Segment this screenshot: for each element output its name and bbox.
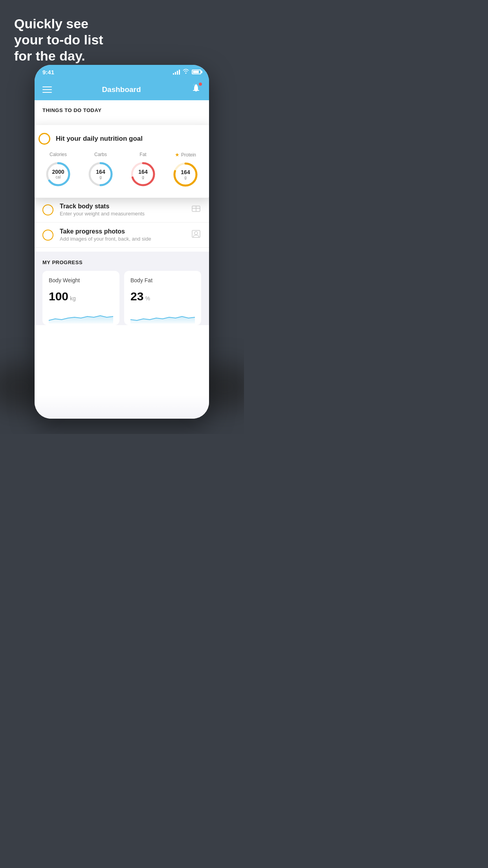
- nav-title: Dashboard: [102, 85, 141, 94]
- headline: Quickly see your to-do list for the day.: [14, 16, 103, 64]
- my-progress-section: MY PROGRESS Body Weight 100 kg Body Fat …: [35, 252, 209, 325]
- card-title-row: Hit your daily nutrition goal: [39, 133, 205, 145]
- nutrition-card: Hit your daily nutrition goal Calories 2…: [35, 125, 209, 198]
- nutrition-ring-protein: 164 g: [171, 160, 200, 189]
- task-icon-progress-photos: [191, 230, 201, 241]
- progress-value-row-1: 23 %: [130, 290, 195, 303]
- task-desc-progress-photos: Add images of your front, back, and side: [60, 236, 185, 242]
- nav-bar: Dashboard: [35, 79, 209, 100]
- task-circle-progress-photos: [42, 230, 53, 241]
- progress-card-title-0: Body Weight: [49, 277, 113, 283]
- progress-card-body-weight[interactable]: Body Weight 100 kg: [42, 271, 119, 325]
- task-text-progress-photos: Take progress photos Add images of your …: [60, 228, 185, 242]
- notifications-button[interactable]: [191, 83, 201, 96]
- signal-icon: [173, 69, 180, 75]
- nutrition-check-circle[interactable]: [39, 133, 50, 145]
- progress-unit-0: kg: [70, 295, 76, 302]
- nutrition-label-protein: ★ Protein: [175, 152, 196, 158]
- status-bar: 9:41: [35, 65, 209, 79]
- task-item-body-stats[interactable]: Track body stats Enter your weight and m…: [35, 197, 209, 223]
- nutrition-item-calories: Calories 2000 cal: [44, 152, 73, 189]
- task-name-progress-photos: Take progress photos: [60, 228, 185, 235]
- progress-cards-row: Body Weight 100 kg Body Fat 23 %: [42, 271, 201, 325]
- nutrition-item-protein: ★ Protein 164 g: [171, 152, 200, 189]
- nutrition-label-fat: Fat: [139, 152, 146, 157]
- progress-card-body-fat[interactable]: Body Fat 23 %: [124, 271, 201, 325]
- svg-point-14: [194, 232, 198, 235]
- nutrition-ring-calories: 2000 cal: [44, 160, 73, 189]
- wifi-icon: [182, 69, 189, 75]
- sparkline-1: [130, 309, 195, 324]
- star-icon: ★: [175, 152, 180, 158]
- task-text-body-stats: Track body stats Enter your weight and m…: [60, 203, 185, 217]
- svg-point-0: [193, 84, 195, 86]
- things-todo-header: THINGS TO DO TODAY: [35, 100, 209, 117]
- nutrition-label-carbs: Carbs: [94, 152, 107, 157]
- task-icon-body-stats: [191, 204, 201, 215]
- status-time: 9:41: [42, 69, 54, 75]
- task-circle-body-stats: [42, 204, 53, 215]
- progress-card-title-1: Body Fat: [130, 277, 195, 283]
- phone-shell: 9:41 Dashboard: [35, 65, 209, 419]
- nutrition-card-title: Hit your daily nutrition goal: [56, 135, 143, 143]
- progress-unit-1: %: [145, 295, 150, 302]
- sparkline-0: [49, 309, 113, 324]
- bottom-fade: [35, 395, 209, 419]
- nutrition-label-calories: Calories: [50, 152, 67, 157]
- nutrition-items-row: Calories 2000 cal Carbs 164 g: [39, 152, 205, 189]
- progress-section-header: MY PROGRESS: [42, 259, 201, 265]
- nutrition-ring-carbs: 164 g: [86, 160, 115, 189]
- battery-icon: [192, 70, 201, 74]
- task-item-progress-photos[interactable]: Take progress photos Add images of your …: [35, 223, 209, 248]
- progress-value-row-0: 100 kg: [49, 290, 113, 303]
- menu-button[interactable]: [42, 86, 52, 93]
- nutrition-ring-fat: 164 g: [128, 160, 158, 189]
- progress-value-1: 23: [130, 290, 143, 303]
- nutrition-item-carbs: Carbs 164 g: [86, 152, 115, 189]
- notification-dot: [199, 83, 202, 86]
- nutrition-item-fat: Fat 164 g: [128, 152, 158, 189]
- task-name-body-stats: Track body stats: [60, 203, 185, 210]
- content-area: THINGS TO DO TODAY Hit your daily nutrit…: [35, 100, 209, 419]
- status-icons: [173, 69, 201, 75]
- progress-value-0: 100: [49, 290, 68, 303]
- task-desc-body-stats: Enter your weight and measurements: [60, 211, 185, 217]
